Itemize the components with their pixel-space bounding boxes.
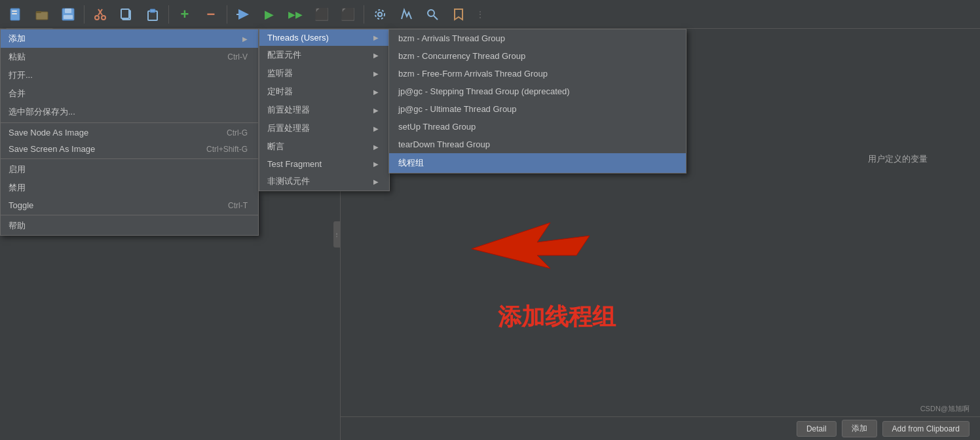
menu-item-add[interactable]: 添加 ▶ — [1, 29, 258, 48]
menu-paste-label: 粘贴 — [9, 51, 26, 63]
save-btn[interactable] — [56, 3, 80, 26]
toolbar: + − ▶ ▶▶ ⬛ ⬛ ⋮ — [0, 0, 980, 29]
sep1 — [84, 5, 85, 24]
sep2 — [168, 5, 169, 24]
svg-point-18 — [378, 12, 382, 16]
menu-merge-label: 合并 — [9, 88, 26, 100]
svg-rect-1 — [12, 10, 17, 12]
menu-listener[interactable]: 监听器 ▶ — [259, 64, 389, 82]
menu-tg-bzm-freeform[interactable]: bzm - Free-Form Arrivals Thread Group — [389, 65, 686, 82]
svg-point-10 — [95, 16, 99, 20]
svg-point-19 — [375, 10, 385, 19]
svg-point-11 — [102, 16, 105, 20]
open-btn[interactable] — [30, 3, 54, 26]
menu-tg-bzm-arrivals[interactable]: bzm - Arrivals Thread Group — [389, 29, 686, 47]
menu-threads: Threads (Users) ▶ 配置元件 ▶ 监听器 ▶ 定时器 ▶ 前置处… — [259, 29, 390, 191]
menu-threads-users[interactable]: Threads (Users) ▶ — [259, 29, 389, 46]
menu-pre-processor-arrow: ▶ — [373, 107, 379, 114]
menu-post-processor[interactable]: 后置处理器 ▶ — [259, 119, 389, 138]
cut-btn[interactable] — [88, 3, 112, 26]
menu-paste-shortcut: Ctrl-V — [227, 52, 248, 62]
stop-now-btn[interactable]: ⬛ — [336, 3, 360, 26]
menu-toggle-shortcut: Ctrl-T — [228, 201, 248, 210]
functions-btn[interactable] — [394, 3, 418, 26]
menu-timer-label: 定时器 — [267, 86, 293, 98]
menu-item-toggle[interactable]: Toggle Ctrl-T — [1, 197, 258, 213]
menu-main: 添加 ▶ 粘贴 Ctrl-V 打开... 合并 选中部分保存为... Save … — [0, 29, 259, 236]
menu-timer-arrow: ▶ — [373, 88, 379, 96]
menu-tg-bzm-arrivals-label: bzm - Arrivals Thread Group — [398, 33, 505, 43]
menu-toggle-label: Toggle — [9, 200, 33, 210]
detail-button[interactable]: Detail — [797, 421, 837, 437]
menu-tg-jpgc-ultimate-label: jp@gc - Ultimate Thread Group — [398, 104, 517, 114]
menu-item-open[interactable]: 打开... — [1, 66, 258, 84]
svg-rect-2 — [12, 13, 17, 14]
menu-item-disable[interactable]: 禁用 — [1, 179, 258, 197]
menu-config-elem-label: 配置元件 — [267, 49, 301, 61]
run-remote-btn[interactable] — [231, 3, 255, 26]
menu-item-merge[interactable]: 合并 — [1, 84, 258, 103]
right-panel-label: 用户定义的变量 — [868, 153, 928, 165]
tree-collapse-handle[interactable]: ⋮ — [333, 221, 340, 248]
menu-item-help[interactable]: 帮助 — [1, 217, 258, 235]
menu-open-label: 打开... — [9, 69, 33, 81]
menu-item-save-screen-image[interactable]: Save Screen As Image Ctrl+Shift-G — [1, 141, 258, 157]
menu-tg: bzm - Arrivals Thread Group bzm - Concur… — [388, 29, 687, 174]
menu-non-test[interactable]: 非测试元件 ▶ — [259, 172, 389, 191]
add-button[interactable]: 添加 — [842, 420, 877, 437]
menu-tg-thread-group[interactable]: 线程组 — [389, 153, 686, 173]
menu-add-label: 添加 — [9, 33, 26, 45]
menu-enable-label: 启用 — [9, 164, 26, 175]
menu-pre-processor[interactable]: 前置处理器 ▶ — [259, 101, 389, 119]
sep4 — [364, 5, 364, 24]
svg-rect-6 — [65, 9, 71, 13]
menu-timer[interactable]: 定时器 ▶ — [259, 82, 389, 101]
run-no-pause-btn[interactable]: ▶▶ — [284, 3, 307, 26]
menu-non-test-label: 非测试元件 — [267, 175, 310, 187]
sep3 — [227, 5, 227, 24]
menu-item-enable[interactable]: 启用 — [1, 160, 258, 179]
bookmark-btn[interactable] — [447, 3, 470, 26]
menu-item-paste[interactable]: 粘贴 Ctrl-V — [1, 48, 258, 66]
menu-listener-label: 监听器 — [267, 67, 293, 79]
menu-test-fragment[interactable]: Test Fragment ▶ — [259, 156, 389, 172]
menu-non-test-arrow: ▶ — [373, 178, 379, 185]
expand-btn[interactable]: + — [173, 3, 197, 26]
menu-tg-bzm-concurrency-label: bzm - Concurrency Thread Group — [398, 51, 525, 61]
menu-config-elem-arrow: ▶ — [373, 52, 379, 59]
svg-rect-15 — [150, 9, 155, 12]
menu-threads-users-arrow: ▶ — [373, 34, 379, 41]
menu-tg-jpgc-ultimate[interactable]: jp@gc - Ultimate Thread Group — [389, 100, 686, 118]
add-from-clipboard-button[interactable]: Add from Clipboard — [882, 421, 970, 437]
svg-marker-16 — [238, 9, 249, 20]
menu-assertion[interactable]: 断言 ▶ — [259, 138, 389, 156]
menu-test-fragment-arrow: ▶ — [373, 160, 379, 168]
menu-tg-thread-group-label: 线程组 — [398, 157, 424, 169]
menu-assertion-arrow: ▶ — [373, 143, 379, 151]
menu-tg-jpgc-stepping-label: jp@gc - Stepping Thread Group (deprecate… — [398, 86, 570, 96]
stop-btn[interactable]: ⬛ — [310, 3, 333, 26]
menu-tg-bzm-concurrency[interactable]: bzm - Concurrency Thread Group — [389, 47, 686, 65]
run-btn[interactable]: ▶ — [257, 3, 281, 26]
menu-tg-setup[interactable]: setUp Thread Group — [389, 118, 686, 136]
menu-test-fragment-label: Test Fragment — [267, 159, 322, 169]
menu-disable-label: 禁用 — [9, 182, 26, 194]
menu-sep2 — [1, 158, 258, 159]
svg-line-21 — [434, 16, 438, 20]
menu-item-save-node-image[interactable]: Save Node As Image Ctrl-G — [1, 124, 258, 141]
toolbar-end-dots: ⋮ — [476, 9, 485, 20]
menu-config-elem[interactable]: 配置元件 ▶ — [259, 46, 389, 64]
copy-btn[interactable] — [115, 3, 138, 26]
collapse-btn[interactable]: − — [199, 3, 223, 26]
paste-btn[interactable] — [141, 3, 164, 26]
menu-item-save-as[interactable]: 选中部分保存为... — [1, 103, 258, 121]
menu-save-as-label: 选中部分保存为... — [9, 106, 75, 118]
new-test-plan-btn[interactable] — [4, 3, 28, 26]
menu-tg-teardown-label: tearDown Thread Group — [398, 139, 490, 149]
menu-add-arrow: ▶ — [242, 35, 248, 43]
search-btn[interactable] — [421, 3, 444, 26]
settings-btn[interactable] — [368, 3, 392, 26]
menu-tg-jpgc-stepping[interactable]: jp@gc - Stepping Thread Group (deprecate… — [389, 82, 686, 100]
menu-tg-teardown[interactable]: tearDown Thread Group — [389, 136, 686, 153]
svg-point-20 — [428, 10, 434, 16]
